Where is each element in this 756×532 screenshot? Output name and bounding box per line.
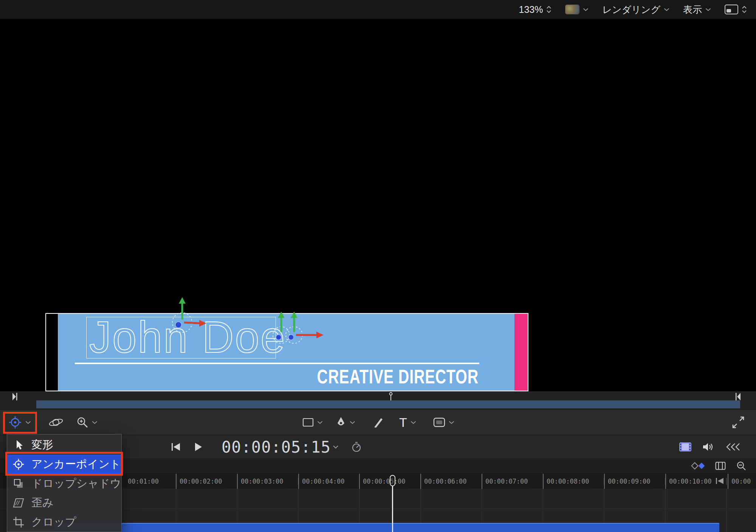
timing-display-button[interactable] bbox=[351, 435, 362, 459]
canvas-header-bar: 133% レンダリング 表示 bbox=[0, 0, 756, 19]
audio-button[interactable] bbox=[702, 435, 714, 459]
ruler-label: 00:00:09:00 bbox=[604, 474, 653, 489]
role-text[interactable]: CREATIVE DIRECTOR bbox=[282, 365, 479, 388]
motion-app-window: 133% レンダリング 表示 John Doe bbox=[0, 0, 756, 532]
play-button[interactable] bbox=[194, 435, 203, 459]
ruler-label: 00:00:06:00 bbox=[420, 474, 469, 489]
pen-tool-button[interactable] bbox=[336, 409, 355, 435]
name-text: John Doe bbox=[89, 315, 286, 361]
chevron-down-icon bbox=[664, 8, 669, 11]
shape-tool-button[interactable] bbox=[433, 409, 454, 435]
layout-control[interactable] bbox=[725, 5, 747, 14]
chevron-down-icon[interactable] bbox=[25, 421, 31, 424]
menu-item-label: ドロップシャドウ bbox=[31, 476, 121, 491]
ruler-label: 00:00:08:00 bbox=[543, 474, 592, 489]
chevron-down-icon[interactable] bbox=[411, 421, 416, 424]
rectangle-icon bbox=[302, 418, 314, 427]
out-point-marker[interactable] bbox=[735, 392, 741, 401]
menu-item-anchor-point[interactable]: アンカーポイント bbox=[7, 454, 121, 474]
shape-icon bbox=[433, 417, 445, 427]
text-tool-button[interactable]: T bbox=[399, 409, 416, 435]
transform-tool-menu: 変形 アンカーポイント ドロップシャドウ 歪み bbox=[7, 434, 122, 532]
zoom-level-value: 133% bbox=[519, 4, 543, 15]
timeline-playhead-handle[interactable] bbox=[390, 475, 395, 486]
chevron-down-icon bbox=[583, 8, 589, 11]
keyframe-diamonds-icon bbox=[690, 462, 706, 470]
chevron-down-icon[interactable] bbox=[350, 421, 355, 424]
show-clips-button[interactable] bbox=[715, 458, 726, 473]
orbit-3d-tool-button[interactable] bbox=[48, 409, 64, 435]
zoom-timeline-icon bbox=[736, 461, 746, 471]
view-label: 表示 bbox=[683, 3, 702, 16]
menu-item-label: アンカーポイント bbox=[31, 457, 121, 472]
filmstrip-small-icon bbox=[715, 462, 726, 470]
lower-third-accent-stripe[interactable] bbox=[514, 314, 528, 391]
timecode-menu-button[interactable] bbox=[333, 435, 339, 459]
ruler-label: 00:00:03:00 bbox=[237, 474, 286, 489]
keyframe-navigate-button[interactable] bbox=[690, 458, 706, 473]
expand-icon bbox=[732, 416, 745, 429]
speaker-icon bbox=[702, 442, 714, 452]
lower-third-selection-box[interactable]: John Doe CREATIVE DIRECTOR bbox=[45, 313, 528, 391]
chevron-down-icon[interactable] bbox=[317, 421, 323, 424]
timeline-clip[interactable] bbox=[53, 523, 719, 532]
skip-to-end-icon[interactable] bbox=[715, 478, 725, 484]
chevron-down-icon[interactable] bbox=[449, 421, 454, 424]
previous-keyframe-button[interactable] bbox=[726, 435, 742, 459]
view-menu[interactable]: 表示 bbox=[683, 3, 711, 16]
ruler-label: 00:00:04:00 bbox=[298, 474, 347, 489]
play-icon bbox=[194, 442, 203, 452]
canvas-viewport[interactable]: John Doe CREATIVE DIRECTOR bbox=[0, 19, 756, 391]
color-channel-control[interactable] bbox=[565, 5, 589, 14]
ruler-label: 00:00:07:00 bbox=[482, 474, 530, 489]
rendering-menu[interactable]: レンダリング bbox=[602, 3, 669, 16]
brush-tool-button[interactable] bbox=[373, 409, 384, 435]
anchor-point-icon bbox=[8, 416, 22, 429]
cursor-icon bbox=[12, 439, 25, 451]
timecode-display[interactable]: 00:00:05:15 bbox=[222, 435, 331, 459]
menu-item-label: 変形 bbox=[31, 437, 53, 453]
distort-icon bbox=[12, 498, 25, 508]
timeline-playhead-line[interactable] bbox=[392, 486, 393, 532]
menu-item-crop[interactable]: クロップ bbox=[7, 512, 121, 532]
banner-underline bbox=[75, 363, 479, 364]
text-tool-icon: T bbox=[399, 416, 407, 429]
rectangle-tool-button[interactable] bbox=[302, 409, 323, 435]
name-text-layer[interactable]: John Doe bbox=[85, 315, 290, 361]
canvas-toolbar: T bbox=[0, 409, 756, 435]
timeline-zoom-button[interactable] bbox=[736, 458, 746, 473]
mini-timeline-scrubber[interactable] bbox=[0, 391, 756, 409]
zoom-tool-button[interactable] bbox=[76, 409, 98, 435]
ruler-label: 00:00:05:00 bbox=[359, 474, 408, 489]
zoom-level-control[interactable]: 133% bbox=[519, 4, 552, 15]
rendering-label: レンダリング bbox=[602, 3, 660, 16]
menu-item-label: クロップ bbox=[31, 515, 76, 530]
anchor-point-icon bbox=[12, 458, 25, 470]
brush-icon bbox=[373, 417, 384, 428]
expand-view-button[interactable] bbox=[732, 409, 745, 435]
menu-item-distort[interactable]: 歪み bbox=[7, 493, 121, 512]
scrubber-playhead[interactable] bbox=[389, 392, 393, 400]
scrubber-range-bar[interactable] bbox=[36, 400, 740, 408]
color-swatch-icon bbox=[565, 5, 579, 14]
filmstrip-icon bbox=[679, 442, 692, 452]
chevron-down-icon[interactable] bbox=[92, 421, 98, 424]
show-timeline-button[interactable] bbox=[679, 435, 692, 459]
timecode-value: 00:00:05:15 bbox=[222, 438, 331, 456]
in-point-marker[interactable] bbox=[12, 392, 18, 401]
ruler-label: 00:01:00 bbox=[125, 474, 161, 489]
chevron-down-icon bbox=[333, 445, 339, 449]
zoom-icon bbox=[76, 416, 88, 428]
timer-icon bbox=[351, 441, 362, 453]
triple-chevron-left-icon bbox=[726, 443, 742, 451]
stepper-icon bbox=[742, 5, 747, 14]
skip-to-start-icon bbox=[171, 442, 181, 451]
menu-item-transform[interactable]: 変形 bbox=[7, 435, 121, 454]
anchor-point-tool-button[interactable] bbox=[8, 409, 31, 435]
go-to-start-button[interactable] bbox=[171, 435, 181, 459]
menu-item-label: 歪み bbox=[31, 495, 54, 510]
menu-item-drop-shadow[interactable]: ドロップシャドウ bbox=[7, 474, 121, 493]
crop-icon bbox=[12, 516, 25, 528]
window-layout-icon bbox=[725, 5, 738, 14]
pen-icon bbox=[336, 417, 346, 428]
